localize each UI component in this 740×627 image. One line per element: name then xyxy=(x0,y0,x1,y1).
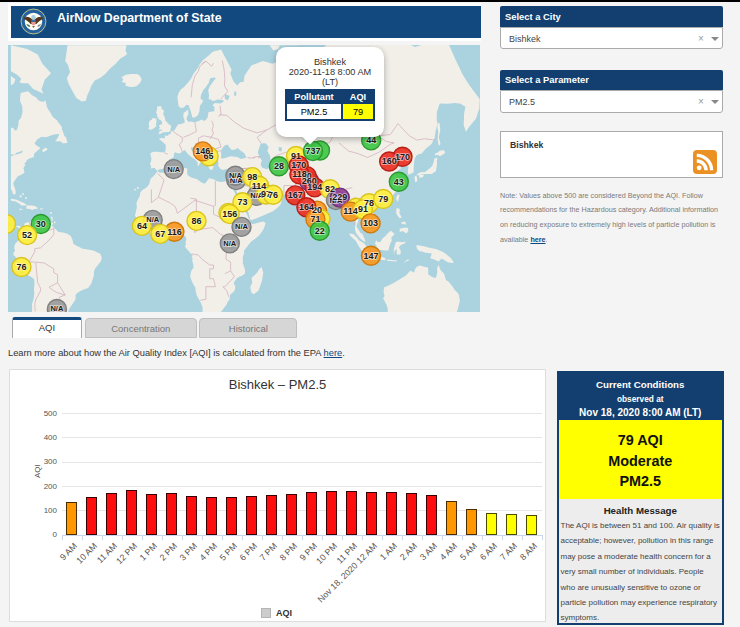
svg-text:737: 737 xyxy=(305,145,320,155)
svg-text:167: 167 xyxy=(288,190,303,200)
svg-text:30: 30 xyxy=(36,218,46,228)
svg-text:229: 229 xyxy=(332,192,347,202)
svg-text:52: 52 xyxy=(22,229,32,239)
svg-text:67: 67 xyxy=(155,228,165,238)
svg-text:147: 147 xyxy=(363,250,378,260)
svg-text:76: 76 xyxy=(16,261,26,271)
svg-text:160: 160 xyxy=(382,156,397,166)
svg-text:116: 116 xyxy=(167,226,182,236)
svg-text:N/A: N/A xyxy=(235,222,249,231)
svg-text:156: 156 xyxy=(222,208,237,218)
svg-text:194: 194 xyxy=(307,182,322,192)
svg-text:N/A: N/A xyxy=(223,238,237,247)
svg-text:N/A: N/A xyxy=(167,164,181,173)
svg-text:43: 43 xyxy=(394,176,404,186)
svg-text:71: 71 xyxy=(310,214,320,224)
svg-text:114: 114 xyxy=(343,206,358,216)
svg-text:28: 28 xyxy=(274,161,284,171)
svg-text:103: 103 xyxy=(363,218,378,228)
svg-text:22: 22 xyxy=(315,225,325,235)
svg-text:N/A: N/A xyxy=(146,215,160,224)
svg-text:86: 86 xyxy=(191,215,201,225)
svg-text:73: 73 xyxy=(237,197,247,207)
svg-text:164: 164 xyxy=(299,202,314,212)
svg-text:64: 64 xyxy=(137,220,147,230)
svg-text:91: 91 xyxy=(358,204,368,214)
svg-text:146: 146 xyxy=(195,146,210,156)
svg-text:170: 170 xyxy=(395,151,410,161)
svg-text:N/A: N/A xyxy=(229,171,243,180)
svg-text:N/A: N/A xyxy=(50,304,64,312)
svg-text:76: 76 xyxy=(268,189,278,199)
svg-text:79: 79 xyxy=(378,193,388,203)
